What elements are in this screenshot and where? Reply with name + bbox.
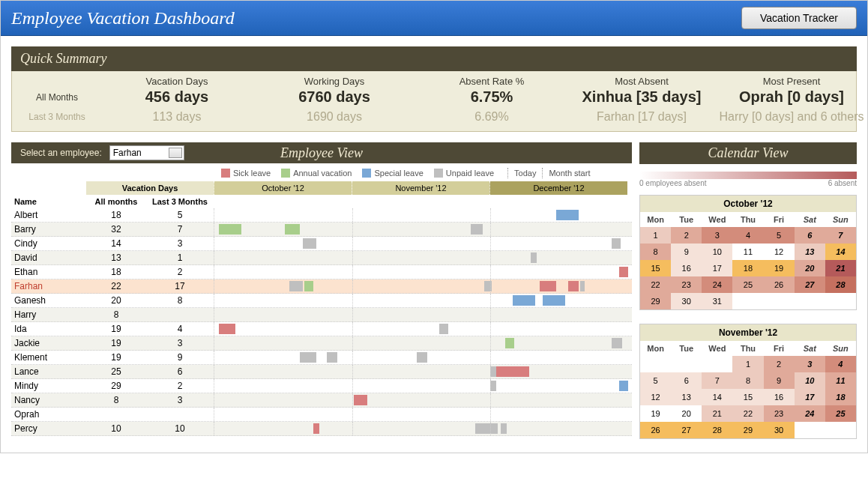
table-row[interactable]: Harry 8	[11, 308, 632, 322]
calendar-day[interactable]: 7	[825, 227, 856, 244]
calendar-day[interactable]: 24	[795, 405, 825, 422]
calendar-day[interactable]: 6	[671, 372, 702, 389]
calendar-day[interactable]: 8	[640, 244, 671, 260]
calendar-day[interactable]: 18	[732, 260, 763, 276]
table-row[interactable]: Jackie 19 3	[11, 336, 632, 351]
calendar-day[interactable]: 24	[702, 276, 732, 293]
calendar-day[interactable]: 5	[640, 372, 671, 389]
absence-bar	[540, 281, 556, 291]
calendar-day[interactable]: 15	[732, 389, 763, 405]
absence-bar	[439, 324, 448, 334]
calendar-day[interactable]: 2	[671, 227, 702, 244]
table-row[interactable]: David 13 1	[11, 251, 632, 265]
calendar-day[interactable]: 4	[825, 356, 856, 372]
calendar-day[interactable]: 9	[764, 372, 795, 389]
calendar-day[interactable]: 14	[702, 389, 732, 405]
calendar-day[interactable]: 7	[702, 372, 732, 389]
absence-bar	[313, 423, 319, 434]
cell-l3: 10	[146, 423, 214, 434]
cell-name: Nancy	[11, 395, 86, 405]
calendar-day[interactable]: 19	[764, 260, 795, 276]
table-row[interactable]: Lance 25 6	[11, 365, 632, 379]
dow-header: Fri	[764, 341, 795, 356]
calendar-day[interactable]: 20	[795, 260, 825, 276]
calendar-day[interactable]: 23	[671, 276, 702, 293]
cell-name: Cindy	[11, 238, 86, 249]
cell-bars	[214, 408, 627, 421]
calendar-day[interactable]: 5	[764, 227, 795, 244]
calendar-day[interactable]: 28	[825, 276, 856, 293]
th-last3: Last 3 Months	[146, 195, 214, 208]
calendar-day[interactable]: 1	[732, 356, 763, 372]
calendar-day[interactable]: 30	[671, 293, 702, 309]
table-row[interactable]: Barry 32 7	[11, 223, 632, 237]
cell-all: 32	[86, 224, 146, 235]
calendar-day[interactable]: 8	[732, 372, 763, 389]
calendar-day[interactable]: 23	[764, 405, 795, 422]
calendar-day[interactable]: 3	[795, 356, 825, 372]
absence-bar	[471, 224, 483, 235]
calendar-day[interactable]: 17	[702, 260, 732, 276]
calendar-day[interactable]: 27	[795, 276, 825, 293]
calendar-day[interactable]: 29	[732, 422, 763, 438]
cell-all: 18	[86, 267, 146, 277]
cell-name: Oprah	[11, 409, 86, 420]
calendar-day[interactable]: 11	[732, 244, 763, 260]
table-row[interactable]: Cindy 14 3	[11, 237, 632, 251]
calendar-day[interactable]: 10	[702, 244, 732, 260]
calendar-day[interactable]: 13	[795, 244, 825, 260]
calendar-day[interactable]: 28	[702, 422, 732, 438]
calendar-day[interactable]: 25	[732, 276, 763, 293]
calendar-day[interactable]: 16	[671, 260, 702, 276]
calendar-day[interactable]: 18	[825, 389, 856, 405]
calendar-day[interactable]: 20	[671, 405, 702, 422]
cell-bars	[214, 279, 627, 293]
calendar-day[interactable]: 1	[640, 227, 671, 244]
calendar-day[interactable]: 22	[732, 405, 763, 422]
table-row[interactable]: Percy 10 10	[11, 422, 632, 436]
table-row[interactable]: Nancy 8 3	[11, 393, 632, 408]
calendar-day[interactable]: 27	[671, 422, 702, 438]
calendar-day[interactable]: 26	[640, 422, 671, 438]
vacation-tracker-button[interactable]: Vacation Tracker	[741, 7, 857, 29]
calendar-day[interactable]: 30	[764, 422, 795, 438]
calendar-day[interactable]: 25	[825, 405, 856, 422]
dow-header: Thu	[732, 341, 763, 356]
employee-select[interactable]: Farhan	[109, 145, 184, 160]
table-row[interactable]: Mindy 29 2	[11, 379, 632, 393]
calendar-day[interactable]: 31	[702, 293, 732, 309]
calendar-day[interactable]: 21	[702, 405, 732, 422]
calendar-day[interactable]: 21	[825, 260, 856, 276]
annual-swatch	[281, 169, 290, 178]
calendar-day[interactable]: 15	[640, 260, 671, 276]
table-row[interactable]: Klement 19 9	[11, 351, 632, 365]
calendar-day[interactable]: 17	[795, 389, 825, 405]
calendar-day[interactable]: 11	[825, 372, 856, 389]
table-row[interactable]: Oprah	[11, 408, 632, 422]
th-all: All months	[86, 195, 146, 208]
calendar-day[interactable]: 14	[825, 244, 856, 260]
calendar-day[interactable]: 10	[795, 372, 825, 389]
calendar-day[interactable]: 4	[732, 227, 763, 244]
calendar-day[interactable]: 16	[764, 389, 795, 405]
table-row[interactable]: Albert 18 5	[11, 208, 632, 223]
calendar-day[interactable]: 9	[671, 244, 702, 260]
cell-all: 10	[86, 423, 146, 434]
calendar-day[interactable]: 3	[702, 227, 732, 244]
calendar-day[interactable]: 12	[640, 389, 671, 405]
calendar-day[interactable]: 29	[640, 293, 671, 309]
rate-all: 6.75%	[417, 88, 567, 106]
cell-all: 14	[86, 238, 146, 249]
calendar-day[interactable]: 26	[764, 276, 795, 293]
calendar-day[interactable]: 13	[671, 389, 702, 405]
cell-l3: 4	[146, 324, 214, 334]
calendar-day[interactable]: 12	[764, 244, 795, 260]
table-row[interactable]: Farhan 22 17	[11, 279, 632, 294]
table-row[interactable]: Ida 19 4	[11, 322, 632, 336]
calendar-day[interactable]: 22	[640, 276, 671, 293]
table-row[interactable]: Ethan 18 2	[11, 265, 632, 279]
calendar-day[interactable]: 2	[764, 356, 795, 372]
calendar-day[interactable]: 19	[640, 405, 671, 422]
calendar-day[interactable]: 6	[795, 227, 825, 244]
table-row[interactable]: Ganesh 20 8	[11, 294, 632, 308]
